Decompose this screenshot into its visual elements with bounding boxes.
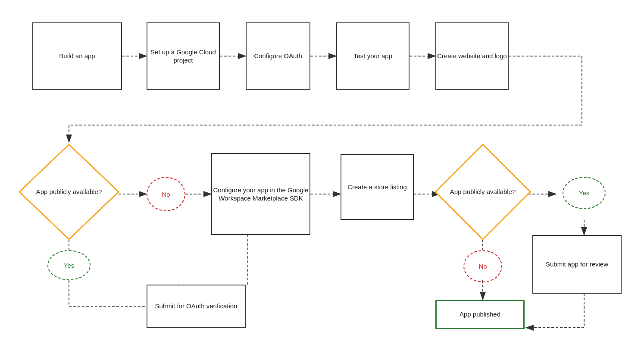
no-oval-2: No — [463, 250, 502, 282]
app-published-label: App published — [460, 310, 500, 319]
submit-review-label: Submit app for review — [546, 260, 608, 269]
configure-sdk-box: Configure your app in the Google Workspa… — [211, 153, 310, 235]
build-app-label: Build an app — [59, 52, 95, 60]
no-oval-1: No — [147, 177, 185, 211]
yes-2-label: Yes — [579, 189, 589, 197]
submit-review-box: Submit app for review — [532, 235, 622, 294]
yes-oval-2: Yes — [563, 177, 606, 209]
no-1-label: No — [162, 191, 170, 198]
submit-oauth-box: Submit for OAuth verification — [147, 285, 246, 328]
build-app-box: Build an app — [32, 22, 122, 90]
diamond-public-1-label: App publicly available? — [36, 188, 102, 195]
yes-1-label: Yes — [64, 262, 74, 269]
create-store-box: Create a store listing — [341, 154, 414, 220]
diamond-app-public-1: App publicly available? — [17, 142, 121, 241]
configure-oauth-box: Configure OAuth — [246, 22, 310, 90]
app-published-box: App published — [435, 300, 525, 329]
test-app-label: Test your app — [353, 52, 392, 60]
create-store-label: Create a store listing — [347, 183, 407, 191]
flowchart-diagram: Build an app Set up a Google Cloud proje… — [0, 0, 644, 351]
yes-oval-1: Yes — [47, 250, 91, 280]
create-website-label: Create website and logo — [437, 52, 507, 60]
configure-sdk-label: Configure your app in the Google Workspa… — [212, 186, 309, 203]
no-2-label: No — [478, 263, 487, 270]
submit-oauth-label: Submit for OAuth verification — [155, 302, 238, 310]
setup-gcp-label: Set up a Google Cloud project — [147, 48, 219, 65]
setup-gcp-box: Set up a Google Cloud project — [147, 22, 220, 90]
create-website-box: Create website and logo — [435, 22, 509, 90]
test-app-box: Test your app — [336, 22, 410, 90]
diamond-public-2-label: App publicly available? — [450, 188, 516, 195]
configure-oauth-label: Configure OAuth — [254, 52, 302, 60]
diamond-app-public-2: App publicly available? — [433, 142, 532, 241]
